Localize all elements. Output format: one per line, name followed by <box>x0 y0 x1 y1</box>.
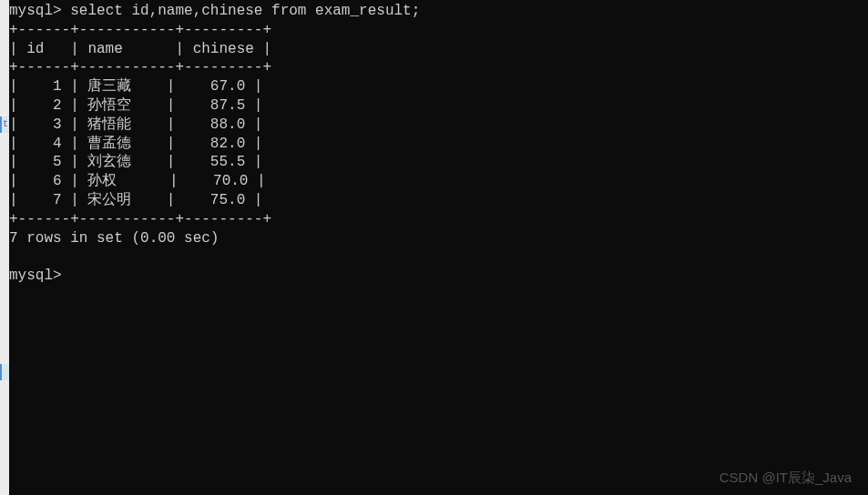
mysql-prompt: mysql> <box>9 3 70 19</box>
watermark: CSDN @IT辰柒_Java <box>720 469 852 487</box>
table-border: +------+-----------+---------+ <box>9 210 868 229</box>
result-summary: 7 rows in set (0.00 sec) <box>9 229 868 248</box>
editor-gutter: t <box>0 0 9 495</box>
terminal-output[interactable]: mysql> select id,name,chinese from exam_… <box>9 0 868 286</box>
sql-query: select id,name,chinese from exam_result; <box>70 3 420 19</box>
table-header: | id | name | chinese | <box>9 40 868 59</box>
gutter-mark: t <box>0 116 9 133</box>
table-border: +------+-----------+---------+ <box>9 58 868 77</box>
mysql-prompt-line[interactable]: mysql> <box>9 267 868 286</box>
mysql-prompt: mysql> <box>9 268 70 284</box>
table-border: +------+-----------+---------+ <box>9 21 868 40</box>
table-rows: | 1 | 唐三藏 | 67.0 | | 2 | 孙悟空 | 87.5 | | … <box>9 77 868 210</box>
mysql-prompt-line: mysql> select id,name,chinese from exam_… <box>9 2 868 21</box>
gutter-mark <box>0 364 9 380</box>
